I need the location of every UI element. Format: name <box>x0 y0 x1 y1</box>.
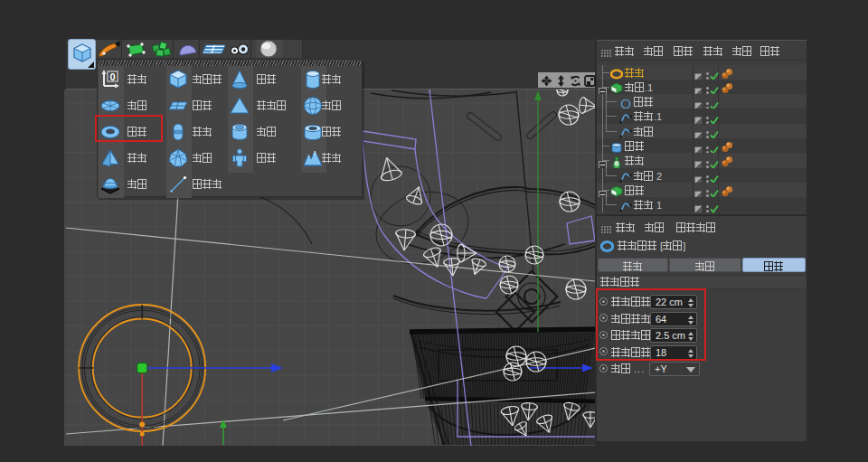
svg-text:0: 0 <box>109 71 115 81</box>
